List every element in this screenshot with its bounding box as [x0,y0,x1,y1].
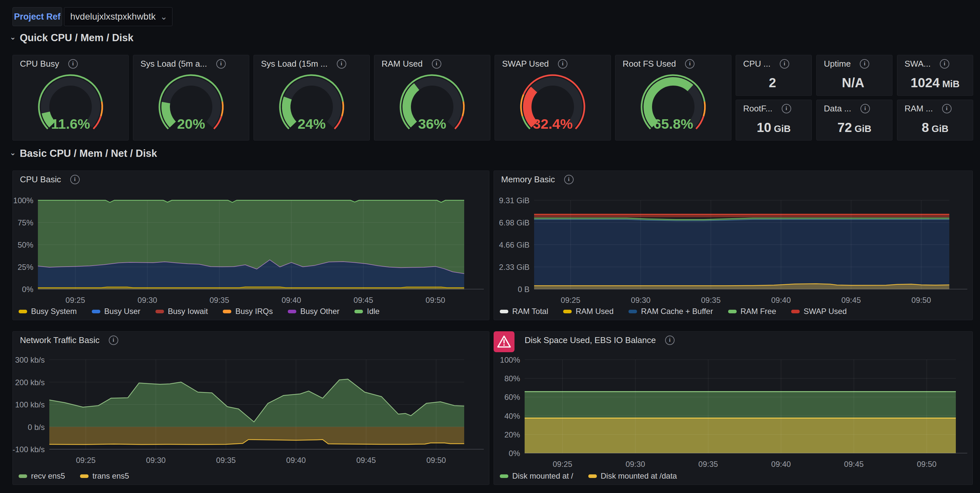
stat-value: 72GiB [817,120,892,135]
legend-color-pill [500,474,508,478]
legend-label: recv ens5 [31,471,65,480]
panel-swap-total: SWA...i 1024MiB [897,55,973,96]
info-icon[interactable]: i [337,59,346,68]
memory-basic-chart: 0 B2.33 GiB4.66 GiB6.98 GiB9.31 GiB09:25… [494,171,972,320]
info-icon[interactable]: i [558,59,568,68]
panel-title: CPU Busy [20,59,59,69]
svg-text:09:30: 09:30 [625,460,645,469]
legend-item[interactable]: Busy System [19,307,77,316]
info-icon[interactable]: i [940,59,949,68]
panel-title: Memory Basic [501,175,555,184]
cpu-basic-legend: Busy SystemBusy UserBusy IowaitBusy IRQs… [19,307,380,316]
svg-text:100 kb/s: 100 kb/s [15,400,45,409]
panel-title: Uptime [824,59,851,69]
info-icon[interactable]: i [860,59,869,68]
info-icon[interactable]: i [782,104,791,113]
section-quick-cpu-mem-disk[interactable]: ⌄ Quick CPU / Mem / Disk [10,32,133,44]
legend-item[interactable]: RAM Cache + Buffer [628,307,713,316]
legend-label: SWAP Used [803,307,847,316]
panel-title: Data ... [824,103,851,114]
svg-text:0 b/s: 0 b/s [28,423,45,432]
legend-item[interactable]: Disk mounted at / [500,471,573,480]
svg-text:6.98 GiB: 6.98 GiB [499,218,530,227]
panel-title: Disk Space Used, EBS IO Balance [525,335,656,345]
svg-text:09:50: 09:50 [426,456,446,464]
legend-color-pill [19,474,27,478]
legend-color-pill [223,310,231,313]
info-icon[interactable]: i [68,59,78,68]
project-dropdown[interactable]: hvdelujxlxstpxkhwbtk ⌄ [64,7,172,26]
svg-text:09:45: 09:45 [841,296,861,304]
svg-text:50%: 50% [18,240,33,249]
memory-basic-legend: RAM TotalRAM UsedRAM Cache + BufferRAM F… [500,307,847,316]
legend-item[interactable]: Busy User [92,307,140,316]
legend-color-pill [588,474,597,478]
legend-item[interactable]: RAM Used [563,307,614,316]
dashboard-page: Project Ref hvdelujxlxstpxkhwbtk ⌄ ⌄ Qui… [0,0,980,493]
info-icon[interactable]: i [432,59,441,68]
panel-title: RAM Used [382,59,423,69]
legend-label: Disk mounted at / [512,471,573,480]
svg-text:60%: 60% [504,393,520,402]
disk-space-chart: 0%20%40%60%80%100%09:2509:3009:3509:4009… [494,332,972,485]
section-basic-cpu-mem-net-disk[interactable]: ⌄ Basic CPU / Mem / Net / Disk [10,148,157,159]
legend-color-pill [791,310,800,313]
info-icon[interactable]: i [70,175,80,184]
panel-sys-load-15m: Sys Load (15m ...i 24% [253,55,370,140]
legend-item[interactable]: Busy Iowait [156,307,208,316]
legend-item[interactable]: Busy IRQs [223,307,273,316]
legend-item[interactable]: trans ens5 [80,471,129,480]
legend-item[interactable]: RAM Total [500,307,548,316]
svg-text:09:45: 09:45 [353,296,373,304]
info-icon[interactable]: i [685,59,695,68]
info-icon[interactable]: i [216,59,226,68]
legend-label: Disk mounted at /data [601,471,677,480]
legend-item[interactable]: Disk mounted at /data [588,471,677,480]
alert-warning-icon[interactable] [493,331,514,352]
panel-title: RootF... [743,103,773,114]
svg-text:09:25: 09:25 [553,460,572,469]
svg-text:09:35: 09:35 [701,296,721,304]
stat-value: 10GiB [736,120,811,135]
legend-label: RAM Total [512,307,548,316]
svg-text:09:40: 09:40 [282,296,301,304]
stat-value: 8GiB [897,120,973,135]
info-icon[interactable]: i [861,104,870,113]
legend-item[interactable]: Busy Other [288,307,339,316]
section-title: Quick CPU / Mem / Disk [20,32,133,44]
legend-color-pill [156,310,164,313]
root-fs-used-gauge: 65.8% [616,71,731,140]
legend-color-pill [92,310,100,313]
panel-title: Sys Load (5m a... [140,59,207,69]
legend-item[interactable]: SWAP Used [791,307,847,316]
info-icon[interactable]: i [564,175,574,184]
info-icon[interactable]: i [942,104,951,113]
ram-used-gauge: 36% [374,71,490,140]
svg-text:75%: 75% [18,218,33,227]
panel-title: Sys Load (15m ... [261,59,328,69]
svg-text:2.33 GiB: 2.33 GiB [499,263,530,272]
panel-title: Network Traffic Basic [20,335,100,345]
svg-text:09:35: 09:35 [209,296,229,304]
info-icon[interactable]: i [780,59,789,68]
info-icon[interactable]: i [665,336,675,345]
chevron-down-icon: ⌄ [10,33,16,41]
legend-label: RAM Free [741,307,776,316]
panel-disk-space-ebs: Disk Space Used, EBS IO Balancei 0%20%40… [493,331,973,485]
info-icon[interactable]: i [109,336,118,345]
project-dropdown-value: hvdelujxlxstpxkhwbtk [70,11,156,22]
legend-item[interactable]: recv ens5 [19,471,65,480]
legend-label: Busy Iowait [168,307,208,316]
legend-label: RAM Used [576,307,614,316]
panel-title: CPU Basic [20,175,61,184]
legend-color-pill [355,310,363,313]
legend-label: Idle [367,307,380,316]
svg-text:100%: 100% [13,196,33,205]
project-ref-button[interactable]: Project Ref [13,7,62,26]
legend-item[interactable]: Idle [355,307,380,316]
network-traffic-chart: -100 kb/s0 b/s100 kb/s200 kb/s300 kb/s09… [13,332,489,485]
svg-text:4.66 GiB: 4.66 GiB [499,240,530,249]
panel-uptime: Uptimei N/A [816,55,892,96]
legend-label: trans ens5 [92,471,129,480]
legend-item[interactable]: RAM Free [728,307,776,316]
